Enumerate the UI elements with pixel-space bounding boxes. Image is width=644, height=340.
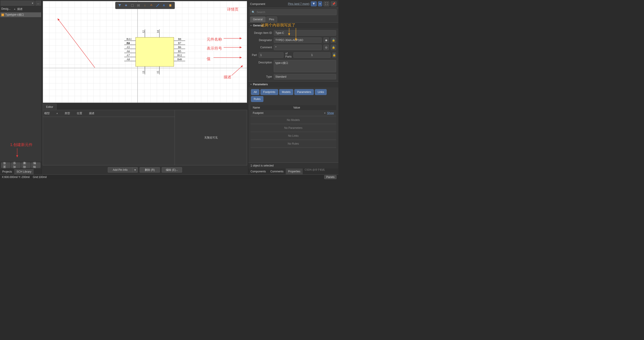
filter-icon[interactable] <box>311 1 317 6</box>
properties-panel: Component Pins (and 7 more) ▾ ⛶ 📌 🔍 Gene… <box>248 0 338 174</box>
lock-icon[interactable]: 🔒 <box>332 52 336 58</box>
ofparts-input[interactable] <box>294 52 330 58</box>
component-name: Typetype-c接口 <box>5 13 24 17</box>
schematic-canvas[interactable]: ✚ ↕ A GND VBUS CC1 DP1 DN1 SBU1 12 SBU2 … <box>43 1 247 103</box>
lib-dropdown[interactable] <box>1 1 34 6</box>
projects-tab[interactable]: Projects <box>0 169 14 174</box>
comment-input[interactable] <box>274 45 322 50</box>
col-value[interactable]: Value <box>294 106 334 109</box>
place-icon[interactable] <box>149 3 154 8</box>
pins-tab[interactable]: Pins <box>266 16 277 22</box>
pins-more-link[interactable]: Pins (and 7 more) <box>288 2 310 5</box>
status-bar: X:600.000mil Y:-200mil Grid:100mil Panel… <box>0 174 338 179</box>
label-designator: Designator <box>250 39 272 42</box>
filter-icon[interactable] <box>117 3 122 8</box>
selection-status: 1 object is selected <box>248 163 338 169</box>
select-icon[interactable] <box>130 3 135 8</box>
note-desc: 描述 <box>224 74 231 80</box>
label-type: Type <box>250 75 272 78</box>
label-comment: Comment <box>250 46 272 49</box>
search-input[interactable] <box>250 9 336 15</box>
comments-tab[interactable]: Comments <box>268 169 286 174</box>
description-input[interactable]: type-c接口 <box>274 60 336 72</box>
status-coords: X:600.000mil Y:-200mil <box>2 175 30 179</box>
label-description: Description <box>250 60 272 64</box>
visibility-icon[interactable]: ◎ <box>324 45 329 50</box>
design-item-id-input[interactable] <box>274 30 336 36</box>
type-select[interactable]: Standard <box>274 74 336 79</box>
visibility-icon[interactable]: ◉ <box>324 37 329 43</box>
pill-rules[interactable]: Rules <box>251 96 264 102</box>
add-pin-info-button[interactable]: Add Pin Info <box>108 167 132 172</box>
no-parameters: No Parameters <box>250 124 336 132</box>
designator-input[interactable] <box>274 37 322 43</box>
sort-icon[interactable]: ▴ <box>14 7 15 11</box>
schlib-tab[interactable]: SCH Library <box>14 169 34 174</box>
pill-footprints[interactable]: Footprints <box>260 89 278 95</box>
label-itemid: Design Item ID <box>250 31 272 34</box>
pill-all[interactable]: All <box>251 89 259 95</box>
move-icon[interactable]: ✚ <box>124 3 128 8</box>
col-desc[interactable]: 描述 <box>17 7 22 11</box>
canvas-toolbar: ✚ ↕ A <box>115 2 175 9</box>
editor-tab[interactable]: Editor <box>43 104 56 110</box>
col-name[interactable]: Name <box>253 106 294 109</box>
editor-table: 模型 ▴ 类型 位置 描述 <box>43 110 175 165</box>
status-grid: Grid:100mil <box>33 175 46 179</box>
pill-links[interactable]: Links <box>315 89 327 95</box>
note-details: 详情页 <box>227 7 238 12</box>
pill-parameters[interactable]: Parameters <box>294 89 314 95</box>
lock-icon[interactable]: 🔒 <box>331 37 336 43</box>
components-tab[interactable]: Components <box>248 169 268 174</box>
note-value: 值 <box>207 56 210 61</box>
panel-title: Component <box>250 2 287 6</box>
detach-icon[interactable]: ⛶ <box>324 1 329 6</box>
component-icon <box>1 13 4 16</box>
pill-models[interactable]: Models <box>279 89 294 95</box>
lib-more-button[interactable]: ... <box>36 1 41 6</box>
pin-icon[interactable]: 📌 <box>331 1 336 6</box>
add-pin-dropdown[interactable]: ▾ <box>132 167 138 172</box>
chip-icon[interactable] <box>168 3 173 8</box>
no-rules: No Rules <box>250 140 336 148</box>
place-button[interactable]: 放置 <box>1 163 10 168</box>
note-name: 元件名称 <box>207 37 222 42</box>
svg-rect-1 <box>170 4 171 6</box>
svg-rect-0 <box>131 4 134 6</box>
general-tab[interactable]: General <box>250 16 266 22</box>
add-button[interactable]: 添加 <box>11 163 20 168</box>
col-location[interactable]: 位置 <box>77 111 82 115</box>
line-icon[interactable] <box>155 3 160 8</box>
align-icon[interactable] <box>136 3 141 8</box>
parameters-section-header[interactable]: Parameters <box>248 81 338 87</box>
no-models: No Models <box>250 116 336 124</box>
text-icon[interactable]: A <box>162 3 166 8</box>
watermark: CSDN @非子机机 <box>305 168 325 171</box>
note-symbol: 表示符号 <box>207 46 222 51</box>
col-design[interactable]: Desig... <box>1 7 12 11</box>
center-area: ✚ ↕ A GND VBUS CC1 DP1 DN1 SBU1 12 SBU2 … <box>42 0 248 174</box>
col-desc[interactable]: 描述 <box>89 111 94 115</box>
col-type[interactable]: 类型 <box>64 111 70 115</box>
label-ofparts: of Parts <box>285 52 292 58</box>
col-model[interactable]: 模型 <box>44 111 50 115</box>
chip-symbol[interactable] <box>136 37 174 67</box>
no-preview-text: 无预览可见 <box>204 136 218 140</box>
part-select[interactable]: 1 <box>259 52 284 58</box>
no-links: No Links <box>250 132 336 140</box>
left-panel: ... Desig... ▴ 描述 Typetype-c接口 放置 添加 删除 … <box>0 0 42 174</box>
delete-button[interactable]: 删除 <box>21 163 30 168</box>
properties-tab[interactable]: Properties <box>286 169 303 174</box>
component-list-item[interactable]: Typetype-c接口 <box>0 12 41 17</box>
panels-button[interactable]: Panels <box>324 175 336 179</box>
footprint-row[interactable]: Footprint ▾ Show <box>250 110 336 116</box>
edit-e-button[interactable]: 编辑 (E)... <box>162 167 182 172</box>
note-create: 1.创建新元件 <box>10 142 32 147</box>
note-orange: 这两个内容我写反了 <box>261 22 296 28</box>
search-icon: 🔍 <box>252 10 255 14</box>
show-link[interactable]: Show <box>327 111 334 115</box>
rotate-icon[interactable]: ↕ <box>142 3 148 8</box>
delete-r-button[interactable]: 删除 (R) <box>140 167 160 172</box>
edit-button[interactable]: 编辑 <box>31 163 40 168</box>
lock-icon[interactable]: 🔒 <box>331 45 336 50</box>
